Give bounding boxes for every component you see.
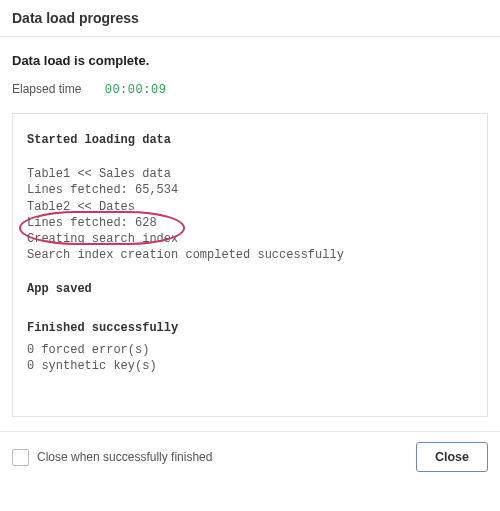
load-status: Data load is complete. xyxy=(12,53,488,68)
checkbox-icon[interactable] xyxy=(12,449,29,466)
checkbox-label: Close when successfully finished xyxy=(37,450,212,464)
dialog-footer: Close when successfully finished Close xyxy=(0,431,500,482)
log-line: Search index creation completed successf… xyxy=(27,247,473,263)
log-line: Lines fetched: 628 xyxy=(27,215,473,231)
elapsed-row: Elapsed time 00:00:09 xyxy=(12,82,488,97)
log-line: Lines fetched: 65,534 xyxy=(27,182,473,198)
log-finish-line: 0 synthetic key(s) xyxy=(27,358,473,374)
log-start-heading: Started loading data xyxy=(27,132,473,148)
log-lines: Table1 << Sales data Lines fetched: 65,5… xyxy=(27,166,473,263)
log-output: Started loading data Table1 << Sales dat… xyxy=(12,113,488,417)
close-button[interactable]: Close xyxy=(416,442,488,472)
dialog-body: Data load is complete. Elapsed time 00:0… xyxy=(0,37,500,417)
log-finish-heading: Finished successfully xyxy=(27,320,473,336)
log-app-saved-heading: App saved xyxy=(27,281,473,297)
log-finish-line: 0 forced error(s) xyxy=(27,342,473,358)
elapsed-label: Elapsed time xyxy=(12,82,81,96)
dialog-title: Data load progress xyxy=(0,0,500,37)
log-line: Table2 << Dates xyxy=(27,199,473,215)
log-line: Table1 << Sales data xyxy=(27,166,473,182)
close-when-finished-option[interactable]: Close when successfully finished xyxy=(12,449,212,466)
log-line: Creating search index xyxy=(27,231,473,247)
elapsed-value: 00:00:09 xyxy=(105,83,167,97)
